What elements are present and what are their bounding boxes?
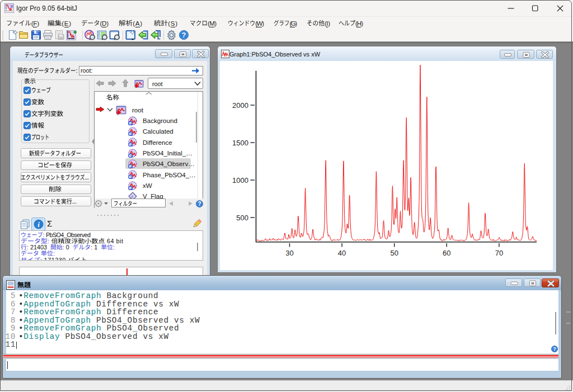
svg-text:21403: 21403 [30,244,50,251]
svg-text:(W): (W) [255,19,264,26]
svg-text:...: ... [85,174,89,181]
svg-text:(F): (F) [31,19,39,26]
svg-text:(A): (A) [133,19,142,26]
svg-text:(D): (D) [100,19,109,26]
svg-text:...: ... [72,198,76,205]
svg-text:50: 50 [390,249,398,257]
svg-text:70: 70 [495,249,503,257]
svg-text:60: 60 [443,249,450,257]
svg-text:64 bit: 64 bit [105,238,123,244]
svg-text:?: ? [198,200,201,206]
svg-text:1500: 1500 [232,139,248,147]
svg-text:(E): (E) [62,19,71,26]
svg-text:2000: 2000 [232,101,248,110]
svg-text:500: 500 [236,214,248,222]
svg-text:PbSO4_Observed: PbSO4_Observed [46,231,91,238]
svg-text:1: 1 [94,244,101,251]
svg-text:9: 9 [11,4,13,9]
svg-text:1000: 1000 [232,176,248,185]
svg-text::: : [48,238,51,244]
svg-text::: : [76,67,77,74]
svg-text:(M): (M) [208,19,217,26]
svg-text::: : [113,244,116,251]
svg-text:?: ? [182,31,186,39]
svg-text:30: 30 [285,249,293,257]
svg-text:?: ? [553,346,556,352]
svg-text:40: 40 [338,249,346,257]
svg-text::: : [91,244,94,251]
svg-text:(I): (I) [325,19,330,26]
svg-text:i: i [37,220,40,229]
svg-text:0: 0 [66,244,73,251]
svg-text:(H): (H) [355,19,363,26]
svg-text:(S): (S) [168,19,177,26]
svg-text:(G): (G) [289,19,297,26]
svg-text::: : [53,250,57,257]
svg-text::: : [27,244,30,251]
